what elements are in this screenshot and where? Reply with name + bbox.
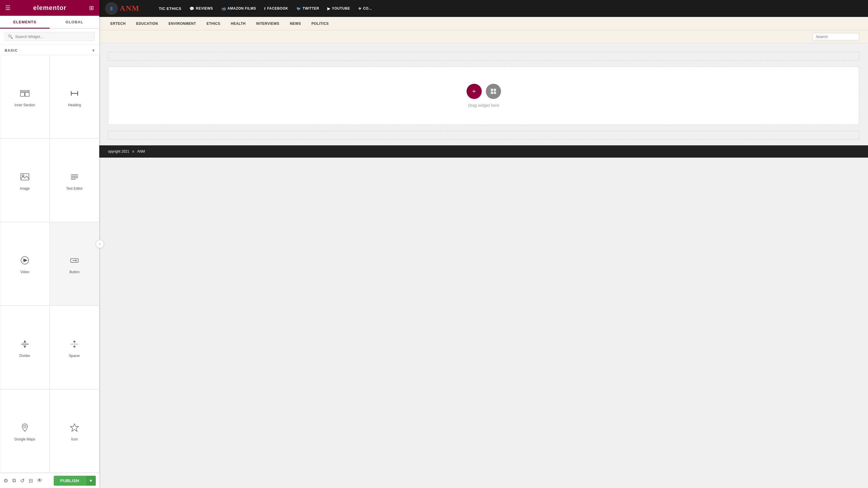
svg-rect-27 bbox=[494, 92, 496, 94]
bottombar-icons: ⚙ ⧉ ↺ ⊟ 👁 bbox=[3, 478, 42, 484]
site-footer: opyright 2021 ≡ ANM bbox=[99, 145, 868, 158]
site-topnav: 👤 ANM TIC ETHICS 💬 REVIEWS 📹 AMAZON FILM… bbox=[99, 0, 868, 17]
panel-bottombar: ⚙ ⧉ ↺ ⊟ 👁 PUBLISH ▼ bbox=[0, 473, 99, 488]
svg-rect-24 bbox=[491, 89, 493, 91]
publish-button[interactable]: PUBLISH bbox=[54, 476, 86, 486]
site-search-box bbox=[812, 33, 859, 40]
panel-topbar: ☰ elementor ⊞ bbox=[0, 0, 99, 16]
canvas-drop-text: Drag widget here bbox=[468, 103, 499, 108]
widget-spacer[interactable]: Spacer bbox=[50, 305, 99, 389]
widget-button-label: Button bbox=[69, 270, 80, 274]
layers-icon[interactable]: ⧉ bbox=[12, 478, 16, 484]
sec-nav-education[interactable]: EDUCATION bbox=[131, 17, 163, 30]
hamburger-icon[interactable]: ☰ bbox=[5, 4, 10, 11]
nav-link-amazon-films[interactable]: 📹 AMAZON FILMS bbox=[217, 0, 260, 17]
nav-link-tic-ethics[interactable]: TIC ETHICS bbox=[155, 0, 185, 17]
canvas-section-bottom bbox=[108, 131, 859, 139]
nav-link-reviews[interactable]: 💬 REVIEWS bbox=[185, 0, 217, 17]
nav-link-youtube[interactable]: ▶ YOUTUBE bbox=[323, 0, 354, 17]
canvas-area: 👤 ANM TIC ETHICS 💬 REVIEWS 📹 AMAZON FILM… bbox=[99, 0, 868, 488]
footer-icon: ≡ bbox=[132, 150, 134, 154]
settings-icon[interactable]: ⚙ bbox=[3, 478, 8, 484]
tab-elements[interactable]: ELEMENTS bbox=[0, 16, 50, 29]
nav-icon-co: ✈ bbox=[358, 6, 362, 11]
section-header-basic: BASIC ▾ bbox=[0, 45, 99, 55]
grid-icon[interactable]: ⊞ bbox=[89, 4, 94, 11]
svg-marker-16 bbox=[24, 340, 26, 343]
sec-nav-environment[interactable]: ENVIRONMENT bbox=[163, 17, 201, 30]
widget-text-editor-label: Text Editor bbox=[66, 187, 83, 191]
nav-icon-amazon-films: 📹 bbox=[221, 6, 226, 11]
svg-marker-18 bbox=[24, 345, 26, 348]
elementor-logo: elementor bbox=[33, 4, 66, 12]
left-panel: ☰ elementor ⊞ ELEMENTS GLOBAL 🔍 BASIC ▾ bbox=[0, 0, 99, 488]
tab-global[interactable]: GLOBAL bbox=[50, 16, 99, 29]
site-logo-text: ANM bbox=[120, 4, 140, 13]
add-template-button[interactable] bbox=[486, 84, 501, 99]
template-icon[interactable]: ⊟ bbox=[29, 478, 33, 484]
nav-link-facebook[interactable]: f FACEBOOK bbox=[260, 0, 292, 17]
svg-rect-0 bbox=[21, 91, 29, 92]
image-icon bbox=[20, 172, 30, 184]
sec-nav-politics[interactable]: POLITICS bbox=[306, 17, 334, 30]
site-logo-anm: ANM bbox=[120, 4, 140, 13]
widget-google-maps[interactable]: Google Maps bbox=[0, 389, 50, 473]
nav-link-co[interactable]: ✈ CO... bbox=[354, 0, 376, 17]
canvas-drop-section: + Drag widget here bbox=[108, 67, 859, 125]
sec-nav-news[interactable]: NEWS bbox=[285, 17, 306, 30]
svg-rect-1 bbox=[21, 93, 25, 96]
site-nav-links: TIC ETHICS 💬 REVIEWS 📹 AMAZON FILMS f FA… bbox=[155, 0, 376, 17]
widget-video[interactable]: Video bbox=[0, 222, 50, 305]
history-icon[interactable]: ↺ bbox=[20, 478, 25, 484]
spacer-icon bbox=[69, 339, 80, 351]
site-logo-area: 👤 ANM bbox=[105, 2, 152, 15]
widget-button[interactable]: Button bbox=[50, 222, 99, 305]
widget-heading[interactable]: Heading bbox=[50, 55, 99, 138]
button-icon bbox=[69, 255, 80, 267]
section-label: BASIC bbox=[5, 48, 18, 53]
svg-rect-26 bbox=[491, 92, 493, 94]
svg-point-22 bbox=[24, 425, 26, 428]
widget-icon[interactable]: Icon bbox=[50, 389, 99, 473]
sec-nav-interviews[interactable]: INTERVIEWS bbox=[251, 17, 284, 30]
widget-divider-label: Divider bbox=[19, 354, 30, 358]
eye-icon[interactable]: 👁 bbox=[37, 478, 42, 484]
sec-nav-ethics[interactable]: ETHICS bbox=[201, 17, 225, 30]
publish-btn-group: PUBLISH ▼ bbox=[54, 476, 96, 486]
widget-video-label: Video bbox=[21, 270, 29, 274]
inner-section-icon bbox=[20, 88, 30, 100]
footer-copyright-text: opyright 2021 bbox=[108, 150, 129, 154]
widget-inner-section-label: Inner Section bbox=[14, 103, 35, 107]
search-input[interactable] bbox=[15, 34, 91, 39]
widget-grid: Inner Section Heading Imag bbox=[0, 55, 99, 473]
sec-nav-health[interactable]: HEALTH bbox=[225, 17, 251, 30]
sec-nav-ertech[interactable]: ERTECH bbox=[105, 17, 131, 30]
site-search-input[interactable] bbox=[816, 34, 851, 39]
nav-link-twitter[interactable]: 🐦 TWITTER bbox=[292, 0, 323, 17]
publish-arrow-button[interactable]: ▼ bbox=[86, 476, 96, 486]
canvas-section-top bbox=[108, 52, 859, 61]
site-secondary-nav: ERTECH EDUCATION ENVIRONMENT ETHICS HEAL… bbox=[99, 17, 868, 30]
nav-icon-twitter: 🐦 bbox=[296, 6, 301, 11]
widget-image[interactable]: Image bbox=[0, 138, 50, 222]
site-search-area bbox=[99, 30, 868, 43]
widget-divider[interactable]: Divider bbox=[0, 305, 50, 389]
collapse-panel-arrow[interactable]: ‹ bbox=[96, 240, 104, 248]
widget-spacer-label: Spacer bbox=[69, 354, 80, 358]
widget-image-label: Image bbox=[20, 187, 30, 191]
footer-brand: ANM bbox=[137, 150, 145, 154]
widget-inner-section[interactable]: Inner Section bbox=[0, 55, 50, 138]
widget-icon-label: Icon bbox=[71, 437, 78, 441]
nav-icon-youtube: ▶ bbox=[327, 6, 331, 11]
svg-rect-2 bbox=[25, 93, 29, 96]
icon-icon bbox=[69, 422, 80, 434]
add-section-button[interactable]: + bbox=[467, 84, 482, 99]
chevron-down-icon[interactable]: ▾ bbox=[92, 47, 95, 53]
canvas-content: + Drag widget here opyright 2021 bbox=[99, 43, 868, 488]
svg-rect-6 bbox=[21, 174, 29, 180]
nav-icon-reviews: 💬 bbox=[189, 6, 194, 11]
search-icon: 🔍 bbox=[8, 34, 13, 39]
widget-text-editor[interactable]: Text Editor bbox=[50, 138, 99, 222]
canvas-drop-buttons: + bbox=[467, 84, 501, 99]
canvas-drop-area: + Drag widget here bbox=[455, 72, 513, 119]
